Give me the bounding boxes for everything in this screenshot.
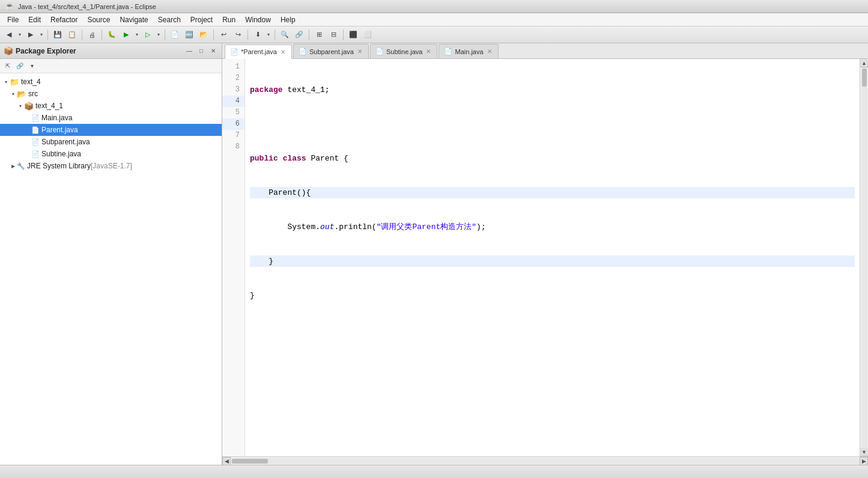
tree-arrow-src[interactable]: ▾: [10, 90, 17, 97]
tab-parent[interactable]: 📄 *Parent.java ✕: [225, 44, 292, 59]
toolbar-forward-btn[interactable]: ▶: [24, 28, 37, 41]
toolbar: ◀ ▾ ▶ ▾ 💾 📋 🖨 🐛 ▶ ▾ ▷ ▾ 📄 🔤 📂 ↩ ↪ ⬇ ▾ 🔍 …: [0, 26, 868, 43]
toolbar-run-btn[interactable]: ▶: [120, 28, 133, 41]
tree-file-subtine-icon: 📄: [31, 150, 40, 158]
toolbar-perspective-btn[interactable]: ⊞: [312, 28, 326, 41]
tree-label-main: Main.java: [41, 114, 72, 122]
tree-item-parent[interactable]: 📄 Parent.java: [0, 124, 222, 136]
tree-label-subtine: Subtine.java: [41, 150, 81, 158]
tab-main[interactable]: 📄 Main.java ✕: [439, 44, 498, 58]
menu-file[interactable]: File: [2, 14, 23, 25]
toolbar-back-btn[interactable]: ◀: [2, 28, 16, 41]
code-editor[interactable]: 1 2 3 4 5 6 7 8 package text_4_1; public…: [222, 59, 860, 456]
tree-file-main-icon: 📄: [31, 114, 40, 122]
toolbar-annotation-dropdown[interactable]: ▾: [266, 28, 272, 41]
scroll-v-track[interactable]: [861, 67, 867, 448]
toolbar-debug-btn[interactable]: 🐛: [105, 28, 118, 41]
tab-parent-close[interactable]: ✕: [279, 48, 287, 56]
menu-refactor[interactable]: Refactor: [46, 14, 82, 25]
pe-view-menu-btn[interactable]: ▾: [26, 61, 37, 72]
line-num-5: 5: [222, 107, 244, 118]
scroll-up-btn[interactable]: ▲: [860, 59, 869, 67]
window-title: Java - text_4/src/text_4_1/Parent.java -…: [18, 3, 156, 10]
toolbar-open-resource-btn[interactable]: 📂: [197, 28, 210, 41]
scroll-v-thumb[interactable]: [862, 69, 867, 87]
toolbar-sep-3: [102, 29, 102, 40]
menu-help[interactable]: Help: [276, 14, 300, 25]
toolbar-next-edit-btn[interactable]: ↪: [231, 28, 244, 41]
scroll-down-btn[interactable]: ▼: [860, 448, 869, 456]
line-num-3: 3: [222, 84, 244, 96]
title-bar: ☕ Java - text_4/src/text_4_1/Parent.java…: [0, 0, 868, 13]
scroll-h-track[interactable]: [231, 458, 860, 464]
line-numbers: 1 2 3 4 5 6 7 8: [222, 59, 245, 456]
line-num-4: 4: [222, 96, 244, 107]
toolbar-print-btn[interactable]: 🖨: [85, 28, 99, 41]
scroll-h-thumb[interactable]: [232, 459, 268, 464]
scroll-left-btn[interactable]: ◀: [222, 457, 231, 465]
tree-file-subparent-icon: 📄: [31, 138, 40, 146]
tab-subtine[interactable]: 📄 Subtine.java ✕: [370, 44, 438, 58]
editor-scrollbar-v: ▲ ▼: [860, 59, 868, 456]
menu-navigate[interactable]: Navigate: [115, 14, 153, 25]
tree-label-text4: text_4: [21, 78, 41, 86]
toolbar-sep-9: [343, 29, 344, 40]
toolbar-next-annotation-btn[interactable]: ⬇: [251, 28, 264, 41]
tab-main-close[interactable]: ✕: [486, 47, 493, 55]
toolbar-coverage-btn[interactable]: ▷: [141, 28, 154, 41]
menu-project[interactable]: Project: [186, 14, 217, 25]
tree-item-jre[interactable]: ▶ 🔧 JRE System Library [JavaSE-1.7]: [0, 160, 222, 172]
tree-item-src[interactable]: ▾ 📂 src: [0, 88, 222, 100]
tab-subtine-icon: 📄: [375, 47, 384, 55]
tree-item-text4[interactable]: ▾ 📁 text_4: [0, 76, 222, 88]
panel-maximize-btn[interactable]: □: [196, 46, 206, 56]
tree-arrow-text4[interactable]: ▾: [2, 78, 10, 85]
code-line-3: public class Parent {: [250, 153, 855, 164]
toolbar-run-dropdown[interactable]: ▾: [134, 28, 140, 41]
toolbar-prev-edit-btn[interactable]: ↩: [217, 28, 230, 41]
toolbar-save-btn[interactable]: 💾: [51, 28, 64, 41]
toolbar-new-btn[interactable]: 📄: [168, 28, 181, 41]
pe-link-editor-btn[interactable]: 🔗: [14, 61, 25, 72]
menu-edit[interactable]: Edit: [23, 14, 46, 25]
toolbar-search-btn[interactable]: 🔍: [278, 28, 291, 41]
tree-label-src: src: [28, 90, 38, 98]
toolbar-open-type-btn[interactable]: 🔤: [183, 28, 196, 41]
scroll-right-btn[interactable]: ▶: [860, 457, 868, 465]
pe-collapse-all-btn[interactable]: ⇱: [2, 61, 13, 72]
menu-source[interactable]: Source: [82, 14, 115, 25]
toolbar-forward-dropdown[interactable]: ▾: [38, 28, 44, 41]
toolbar-coverage-dropdown[interactable]: ▾: [156, 28, 162, 41]
tab-bar: 📄 *Parent.java ✕ 📄 Subparent.java ✕ 📄 Su…: [222, 43, 868, 59]
toolbar-minimize-btn[interactable]: ⬛: [347, 28, 360, 41]
tree-item-text41[interactable]: ▾ 📦 text_4_1: [0, 100, 222, 112]
tree-src-icon: 📂: [17, 90, 26, 99]
editor-scrollbar-h: ◀ ▶: [222, 456, 868, 465]
tab-subparent[interactable]: 📄 Subparent.java ✕: [293, 44, 369, 58]
tab-subparent-label: Subparent.java: [309, 48, 354, 55]
tree-item-subparent[interactable]: 📄 Subparent.java: [0, 136, 222, 148]
panel-minimize-btn[interactable]: —: [184, 46, 194, 56]
tab-subparent-close[interactable]: ✕: [356, 47, 363, 55]
menu-window[interactable]: Window: [240, 14, 276, 25]
toolbar-sep-7: [275, 29, 275, 40]
menu-run[interactable]: Run: [217, 14, 240, 25]
toolbar-refs-btn[interactable]: 🔗: [293, 28, 306, 41]
tab-subtine-close[interactable]: ✕: [425, 47, 432, 55]
package-explorer-toolbar: ⇱ 🔗 ▾: [0, 59, 222, 73]
tree-item-main[interactable]: 📄 Main.java: [0, 112, 222, 124]
code-content[interactable]: package text_4_1; public class Parent { …: [245, 59, 860, 456]
tree-item-subtine[interactable]: 📄 Subtine.java: [0, 148, 222, 160]
editor-area: 📄 *Parent.java ✕ 📄 Subparent.java ✕ 📄 Su…: [222, 43, 868, 465]
toolbar-save-all-btn[interactable]: 📋: [65, 28, 79, 41]
menu-search[interactable]: Search: [153, 14, 186, 25]
tab-subparent-icon: 📄: [299, 47, 307, 55]
line-num-1: 1: [222, 61, 244, 73]
toolbar-maximize-btn[interactable]: ⬜: [361, 28, 374, 41]
tree-arrow-jre[interactable]: ▶: [10, 162, 17, 170]
panel-close-btn[interactable]: ✕: [208, 46, 218, 56]
toolbar-view-btn[interactable]: ⊟: [327, 28, 340, 41]
toolbar-back-dropdown[interactable]: ▾: [17, 28, 23, 41]
line-num-7: 7: [222, 130, 244, 141]
tree-arrow-text41[interactable]: ▾: [17, 102, 24, 109]
